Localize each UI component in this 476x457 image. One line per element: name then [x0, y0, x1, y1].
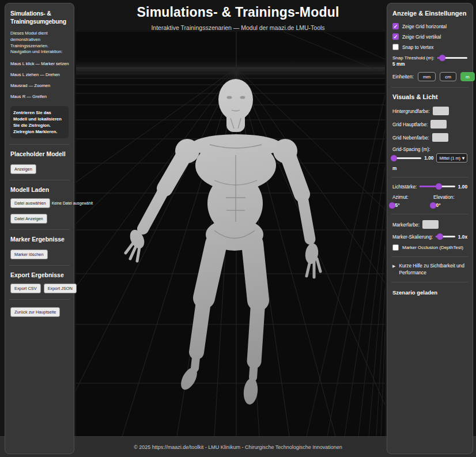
hint-drehen: Maus L ziehen — Drehen [10, 72, 69, 77]
checkbox-grid-horizontal-label: Zeige Grid horizontal [402, 24, 447, 29]
marker-color-label: Markerfarbe: [392, 222, 420, 228]
scenario-status: Szenario geladen [392, 289, 467, 296]
azimut-label: Azimut: [392, 194, 426, 200]
marker-scale-slider[interactable] [436, 233, 455, 240]
help-label: Kurze Hilfe zu Sichtbarkeit und Performa… [399, 263, 467, 276]
task-note: Zentrieren Sie das Modell und lokalisier… [10, 106, 69, 138]
units-label: Einheiten: [392, 74, 414, 80]
snap-threshold-slider[interactable] [437, 55, 467, 61]
viewport-scene [76, 32, 385, 436]
file-select-button[interactable]: Datei auswählen [10, 198, 50, 208]
elevation-value: 30° [433, 202, 467, 208]
checkbox-grid-horizontal[interactable]: ✓ [392, 23, 399, 29]
background-color-picker[interactable] [433, 107, 449, 115]
grid-spacing-select[interactable]: Mittel (1 m) ▾ [436, 153, 467, 163]
chevron-down-icon: ▾ [462, 156, 464, 161]
grid-main-color-picker[interactable] [430, 120, 447, 129]
export-json-button[interactable]: Export JSON [44, 284, 77, 293]
section-export-ergebnisse: Export Ergebnisse [10, 271, 69, 278]
slider-thumb[interactable] [439, 55, 445, 61]
grid-spacing-slider[interactable] [392, 155, 421, 161]
grid-wall-lines [284, 32, 385, 436]
hint-greifen: Maus R — Greifen [10, 94, 69, 99]
light-intensity-slider[interactable] [420, 183, 455, 190]
marker-color-picker[interactable] [422, 220, 439, 229]
marker-scale-value: 1.0x [458, 234, 467, 240]
sidebar-title: Simulations- & Trainingsumgebung [10, 10, 69, 25]
divider [9, 144, 70, 145]
checkbox-snap-to-vertex[interactable]: ✓ [392, 44, 399, 50]
anatomy-model[interactable] [126, 79, 320, 405]
azimut-value: 45° [392, 202, 426, 208]
check-icon: ✓ [393, 24, 398, 29]
background-color-label: Hintergrundfarbe: [392, 108, 430, 114]
file-show-button[interactable]: Datei Anzeigen [10, 214, 47, 224]
checkbox-grid-vertikal[interactable]: ✓ [392, 33, 399, 40]
checkbox-grid-vertikal-label: Zeige Grid vertikal [402, 34, 441, 40]
divider [391, 256, 469, 257]
divider [9, 229, 70, 230]
divider [391, 214, 469, 214]
unit-button-mm[interactable]: mm [418, 72, 436, 81]
unit-button-m[interactable]: m [460, 72, 475, 81]
triangle-right-icon: ▶ [392, 263, 395, 276]
checkbox-snap-to-vertex-label: Snap to Vertex [402, 44, 433, 50]
file-status-text: Keine Datei ausgewählt [52, 201, 93, 205]
section-modell-laden: Modell Laden [10, 186, 69, 193]
grid-spacing-value: 1.00 [424, 155, 433, 161]
slider-thumb[interactable] [430, 202, 436, 209]
visuals-title: Visuals & Licht [392, 93, 467, 100]
grid-spacing-label: Grid-Spacing (m): [392, 146, 430, 152]
hint-marker-setzen: Maus L klick — Marker setzen [10, 61, 69, 66]
section-marker-ergebnisse: Marker Ergebnisse [10, 236, 69, 243]
grid-main-color-label: Grid Hauptfarbe: [392, 122, 428, 127]
left-sidebar: Simulations- & Trainingsumgebung Dieses … [5, 3, 74, 454]
slider-thumb[interactable] [389, 202, 395, 209]
elevation-label: Elevation: [433, 194, 467, 200]
divider [9, 299, 70, 300]
check-icon: ✓ [393, 34, 398, 40]
divider [9, 265, 70, 266]
marker-scale-label: Marker-Skalierung: [392, 234, 433, 240]
divider [9, 180, 70, 180]
marker-clear-button[interactable]: Marker löschen [10, 250, 48, 259]
viewport-3d[interactable] [76, 32, 385, 436]
snap-threshold-label: Snap Threshold (m): [392, 55, 435, 61]
slider-thumb[interactable] [391, 155, 397, 161]
hint-zoomen: Mausrad — Zoomen [10, 83, 69, 88]
divider [391, 87, 469, 88]
sidebar-intro: Dieses Modul dient demonstrativen Traini… [10, 31, 69, 55]
grid-spacing-unit: m [392, 165, 467, 171]
grid-sub-color-picker[interactable] [432, 133, 448, 142]
divider [391, 177, 469, 177]
snap-threshold-value: 5 mm [392, 61, 467, 67]
light-intensity-value: 1.00 [458, 184, 467, 190]
grid-spacing-select-value: Mittel (1 m) [439, 156, 460, 161]
settings-title: Anzeige & Einstellungen [392, 10, 467, 17]
grid-sub-color-label: Grid Nebenfarbe: [392, 135, 429, 141]
slider-thumb[interactable] [437, 233, 443, 240]
right-sidebar: Anzeige & Einstellungen ✓ Zeige Grid hor… [387, 3, 473, 454]
checkbox-marker-occlusion[interactable]: ✓ [392, 244, 399, 251]
unit-button-cm[interactable]: cm [440, 72, 456, 81]
help-disclosure[interactable]: ▶ Kurze Hilfe zu Sichtbarkeit und Perfor… [392, 263, 467, 276]
footer-text: © 2025 https://maazi.de/toolkit - LMU Kl… [134, 444, 342, 450]
export-csv-button[interactable]: Export CSV [10, 284, 41, 293]
checkbox-marker-occlusion-label: Marker Occlusion (DepthTest) [402, 245, 463, 250]
divider [391, 282, 469, 282]
light-intensity-label: Lichtstärke: [392, 184, 417, 190]
slider-thumb[interactable] [436, 183, 442, 190]
placeholder-show-button[interactable]: Anzeigen [10, 164, 36, 174]
section-placeholder-modell: Placeholder Modell [10, 150, 69, 157]
back-to-home-button[interactable]: Zurück zur Hauptseite [10, 307, 60, 317]
